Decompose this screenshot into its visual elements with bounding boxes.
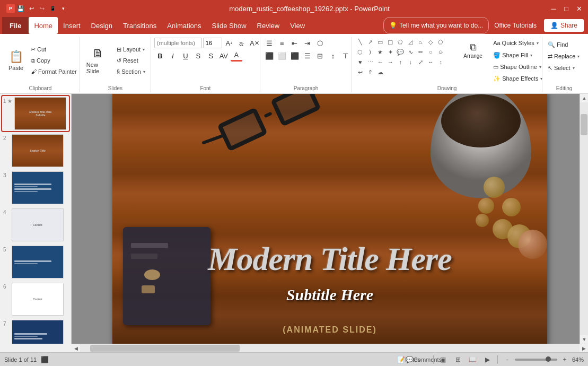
align-text-button[interactable]: ⊤: [340, 50, 352, 62]
reset-button[interactable]: ↺ Reset: [115, 55, 147, 66]
shape-extra-btn[interactable]: ☁: [375, 67, 385, 77]
align-left-button[interactable]: ⬛: [264, 50, 275, 62]
find-button[interactable]: 🔍 Find: [546, 39, 570, 50]
shape-star5-btn[interactable]: ★: [375, 47, 385, 57]
underline-button[interactable]: U: [180, 50, 191, 62]
zoom-out-button[interactable]: -: [502, 354, 513, 365]
format-painter-button[interactable]: 🖌 Format Painter: [29, 66, 79, 77]
shape-ud-arrow-btn[interactable]: ↕: [436, 57, 445, 67]
bold-button[interactable]: B: [154, 50, 166, 62]
shape-bend-arrow-btn[interactable]: ↩: [355, 67, 365, 77]
shape-chevron-btn[interactable]: ⟩: [365, 47, 375, 57]
file-menu[interactable]: File: [2, 17, 29, 34]
shape-quad-arrow-btn[interactable]: ⤢: [416, 57, 425, 67]
text-direction-button[interactable]: ↕: [327, 50, 339, 62]
strikethrough-button[interactable]: S: [192, 50, 204, 62]
vertical-scrollbar[interactable]: ▲ ▼: [580, 94, 588, 344]
shape-u-arrow-btn[interactable]: ⇑: [365, 67, 375, 77]
view-menu[interactable]: View: [285, 17, 310, 34]
clear-format-button[interactable]: A✕: [249, 37, 260, 49]
shape-line-btn[interactable]: ╲: [355, 37, 365, 47]
zoom-level[interactable]: 64%: [572, 356, 584, 363]
slide-sorter-button[interactable]: ⊞: [453, 354, 463, 365]
slide-panel[interactable]: 1 ★ Modern Title HereSubtitle 2 Section …: [0, 94, 72, 344]
columns-button[interactable]: ⊟: [314, 50, 326, 62]
shape-smiley-btn[interactable]: ☺: [436, 47, 445, 57]
transitions-menu[interactable]: Transitions: [118, 17, 162, 34]
office-tutorials-link[interactable]: Office Tutorials: [489, 17, 542, 34]
insert-menu[interactable]: Insert: [58, 17, 86, 34]
replace-button[interactable]: ⇄ Replace ▾: [546, 51, 582, 62]
shape-outline-button[interactable]: ▭ Shape Outline ▾: [491, 62, 545, 72]
reading-view-button[interactable]: 📖: [468, 354, 478, 365]
char-spacing-button[interactable]: AV: [218, 50, 230, 62]
paste-button[interactable]: 📋 Paste: [4, 45, 28, 76]
shape-curve-btn[interactable]: ∿: [406, 47, 415, 57]
font-size-input[interactable]: [203, 38, 222, 48]
redo-button[interactable]: ↪: [37, 4, 47, 13]
slide-thumb-5[interactable]: 5: [2, 245, 69, 280]
increase-indent-button[interactable]: ⇥: [302, 37, 313, 49]
scroll-thumb[interactable]: [581, 114, 587, 135]
shape-pentagon-btn[interactable]: ⬠: [436, 37, 445, 47]
shape-heart-btn[interactable]: ♥: [355, 57, 365, 67]
save-button[interactable]: 💾: [16, 4, 25, 13]
undo-button[interactable]: ↩: [27, 4, 36, 13]
horizontal-scrollbar[interactable]: ◀ ▶: [72, 344, 588, 352]
shape-diamond-btn[interactable]: ◇: [426, 37, 435, 47]
select-button[interactable]: ↖ Select ▾: [546, 63, 577, 73]
hscroll-thumb[interactable]: [90, 345, 240, 352]
zoom-slider[interactable]: [515, 359, 557, 361]
font-shrink-button[interactable]: a-: [236, 37, 248, 49]
normal-view-button[interactable]: ▣: [438, 354, 449, 365]
scroll-left-arrow[interactable]: ◀: [72, 344, 80, 353]
bullet-list-button[interactable]: ☰: [264, 37, 275, 49]
slide-thumb-7[interactable]: 7: [2, 319, 69, 344]
shape-arrow-btn[interactable]: ↗: [365, 37, 375, 47]
home-menu[interactable]: Home: [29, 17, 58, 34]
close-button[interactable]: ✕: [574, 4, 584, 13]
italic-button[interactable]: I: [167, 50, 179, 62]
customize-qat-button[interactable]: ▾: [58, 4, 68, 13]
layout-button[interactable]: ⊞ Layout ▾: [115, 44, 147, 55]
status-icon-accessibility[interactable]: ⬛: [41, 356, 49, 363]
shape-more-btn[interactable]: ⋯: [365, 57, 375, 67]
slide-thumb-6[interactable]: 6 Content: [2, 282, 69, 317]
align-right-button[interactable]: ⬛: [289, 50, 301, 62]
slide-thumb-3[interactable]: 3: [2, 170, 69, 205]
review-menu[interactable]: Review: [252, 17, 285, 34]
justify-button[interactable]: ☰: [302, 50, 313, 62]
slide-thumb-4[interactable]: 4 Content: [2, 207, 69, 242]
shape-uparrow-btn[interactable]: ↑: [396, 57, 405, 67]
slide-thumb-2[interactable]: 2 Section Title: [2, 133, 69, 168]
shape-fill-button[interactable]: 🪣 Shape Fill ▾: [491, 50, 545, 60]
arrange-button[interactable]: ⧉ Arrange: [457, 37, 489, 64]
scroll-up-arrow[interactable]: ▲: [580, 94, 588, 102]
new-slide-button[interactable]: 🗎 New Slide: [83, 45, 113, 76]
slideshow-menu[interactable]: Slide Show: [207, 17, 252, 34]
shape-rect-btn[interactable]: ▭: [375, 37, 385, 47]
share-button[interactable]: 👤 Share: [544, 19, 584, 32]
shape-freeform-btn[interactable]: ✏: [416, 47, 425, 57]
shape-rounded-rect-btn[interactable]: ▢: [385, 37, 395, 47]
shape-rightarrow-btn[interactable]: →: [385, 57, 395, 67]
minimize-button[interactable]: ─: [549, 4, 558, 13]
quick-styles-button[interactable]: Aa Quick Styles ▾: [491, 37, 545, 49]
animations-menu[interactable]: Animations: [162, 17, 206, 34]
font-grow-button[interactable]: A+: [223, 37, 235, 49]
hscroll-track[interactable]: [80, 344, 580, 352]
maximize-button[interactable]: □: [561, 4, 571, 13]
shape-effects-button[interactable]: ✨ Shape Effects ▾: [491, 73, 545, 84]
slide-show-button[interactable]: ▶: [482, 354, 493, 365]
zoom-in-button[interactable]: +: [559, 354, 570, 365]
text-shadow-button[interactable]: S: [205, 50, 217, 62]
touch-mode-button[interactable]: 📱: [48, 4, 57, 13]
shape-snip-btn[interactable]: ⬠: [396, 37, 405, 47]
decrease-indent-button[interactable]: ⇤: [289, 37, 301, 49]
shape-star4-btn[interactable]: ✦: [385, 47, 395, 57]
font-name-input[interactable]: [154, 38, 202, 48]
shape-oval-btn[interactable]: ○: [426, 47, 435, 57]
scroll-right-arrow[interactable]: ▶: [580, 344, 588, 353]
align-center-button[interactable]: ⬜: [276, 50, 288, 62]
section-button[interactable]: § Section ▾: [115, 66, 147, 77]
